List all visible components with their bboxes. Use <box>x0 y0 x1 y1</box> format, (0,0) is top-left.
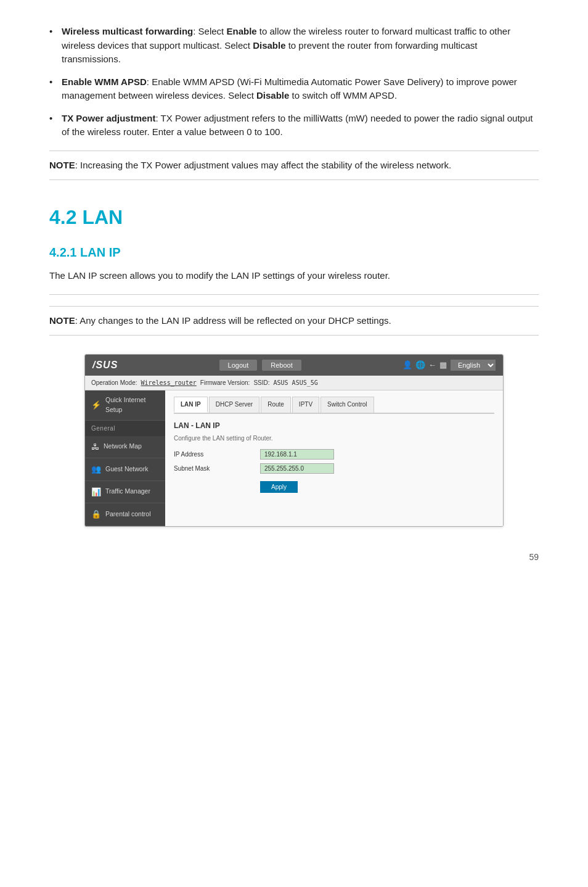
sidebar-item-parental-control-label: Parental control <box>105 510 151 519</box>
lan-form-subtitle: Configure the LAN setting of Router. <box>174 434 494 443</box>
sidebar-item-parental-control[interactable]: 🔒 Parental control <box>85 503 165 526</box>
firmware-label: Firmware Version: <box>200 378 250 387</box>
bullet-2-text-2: to switch off WMM APSD. <box>289 90 397 101</box>
bullet-item-2: Enable WMM APSD: Enable WMM APSD (Wi-Fi … <box>49 75 539 103</box>
lan-form-title: LAN - LAN IP <box>174 420 494 431</box>
router-topbar-right: 👤 🌐 ← ▦ English <box>402 359 496 371</box>
subnet-mask-label: Subnet Mask <box>174 464 254 473</box>
router-sidebar: ⚡ Quick Internet Setup General 🖧 Network… <box>85 390 165 526</box>
sidebar-item-quick-internet[interactable]: ⚡ Quick Internet Setup <box>85 390 165 421</box>
sidebar-item-network-map-label: Network Map <box>104 442 142 452</box>
page-number: 59 <box>529 551 539 564</box>
grid-icon: ▦ <box>439 359 447 371</box>
term-3: TX Power adjustment <box>62 113 156 123</box>
note-2-label: NOTE <box>49 315 75 326</box>
sidebar-item-traffic-manager[interactable]: 📊 Traffic Manager <box>85 481 165 504</box>
tab-route[interactable]: Route <box>261 397 291 413</box>
logout-button[interactable]: Logout <box>219 360 258 371</box>
body-text: The LAN IP screen allows you to modify t… <box>49 269 539 283</box>
guest-network-icon: 👥 <box>91 463 101 476</box>
ip-address-input[interactable] <box>260 449 334 460</box>
tab-switch-control[interactable]: Switch Control <box>321 397 374 413</box>
page: Wireless multicast forwarding: Select En… <box>0 0 588 582</box>
ssid-label: SSID: <box>253 378 269 387</box>
sidebar-item-guest-network[interactable]: 👥 Guest Network <box>85 458 165 481</box>
term-1-enable: Enable <box>226 26 256 36</box>
globe-icon: 🌐 <box>415 359 425 371</box>
bullet-item-3: TX Power adjustment: TX Power adjustment… <box>49 112 539 139</box>
term-2: Enable WMM APSD <box>62 76 147 87</box>
term-1: Wireless multicast forwarding <box>62 26 193 36</box>
subnet-mask-input[interactable] <box>260 463 334 474</box>
term-2-disable: Disable <box>256 90 289 101</box>
language-select[interactable]: English <box>451 360 496 371</box>
router-topbar-center: Logout Reboot <box>219 360 301 371</box>
back-icon: ← <box>428 359 436 371</box>
parental-control-icon: 🔒 <box>91 508 101 521</box>
sidebar-item-guest-network-label: Guest Network <box>105 464 148 474</box>
router-body: ⚡ Quick Internet Setup General 🖧 Network… <box>85 390 503 526</box>
note-2-content: : Any changes to the LAN IP address will… <box>75 315 391 326</box>
divider-1 <box>49 294 539 295</box>
sub-heading: 4.2.1 LAN IP <box>49 243 539 262</box>
operation-value: Wireless_router <box>141 378 197 387</box>
sidebar-item-quick-internet-label: Quick Internet Setup <box>105 395 159 415</box>
operation-label: Operation Mode: <box>91 378 137 387</box>
ip-address-label: IP Address <box>174 450 254 459</box>
tab-lan-ip[interactable]: LAN IP <box>174 397 208 413</box>
topbar-icons: 👤 🌐 ← ▦ <box>402 359 447 371</box>
quick-internet-icon: ⚡ <box>91 399 101 411</box>
note-box-1: NOTE: Increasing the TX Power adjustment… <box>49 151 539 181</box>
router-ui: /SUS Logout Reboot 👤 🌐 ← ▦ English Opera… <box>84 354 504 527</box>
section-heading: 4.2 LAN <box>49 202 539 232</box>
router-main: LAN IP DHCP Server Route IPTV Switch Con… <box>165 390 503 526</box>
tab-iptv[interactable]: IPTV <box>292 397 319 413</box>
note-box-2: NOTE: Any changes to the LAN IP address … <box>49 306 539 336</box>
router-logo: /SUS <box>92 358 118 373</box>
subnet-mask-row: Subnet Mask <box>174 463 494 474</box>
bullet-1-text-1: : Select <box>193 26 226 36</box>
router-info-bar: Operation Mode: Wireless_router Firmware… <box>85 376 503 390</box>
reboot-button[interactable]: Reboot <box>262 360 301 371</box>
user-icon: 👤 <box>402 359 412 371</box>
sidebar-item-traffic-manager-label: Traffic Manager <box>105 487 150 497</box>
network-map-icon: 🖧 <box>91 441 99 453</box>
note-2-text: NOTE: Any changes to the LAN IP address … <box>49 314 539 328</box>
sidebar-section-general: General <box>85 421 165 436</box>
term-1-disable: Disable <box>253 40 285 51</box>
bullet-item-1: Wireless multicast forwarding: Select En… <box>49 25 539 67</box>
bullet-list: Wireless multicast forwarding: Select En… <box>49 25 539 139</box>
ssid-value: ASUS ASUS_5G <box>274 378 318 387</box>
note-1-label: NOTE <box>49 160 75 170</box>
traffic-manager-icon: 📊 <box>91 486 101 498</box>
apply-button[interactable]: Apply <box>260 481 298 493</box>
sidebar-item-network-map[interactable]: 🖧 Network Map <box>85 436 165 459</box>
router-topbar: /SUS Logout Reboot 👤 🌐 ← ▦ English <box>85 355 503 376</box>
router-tabs: LAN IP DHCP Server Route IPTV Switch Con… <box>174 397 494 414</box>
ip-address-row: IP Address <box>174 449 494 460</box>
note-1-content: : Increasing the TX Power adjustment val… <box>75 160 452 170</box>
tab-dhcp-server[interactable]: DHCP Server <box>209 397 259 413</box>
note-1-text: NOTE: Increasing the TX Power adjustment… <box>49 159 539 173</box>
